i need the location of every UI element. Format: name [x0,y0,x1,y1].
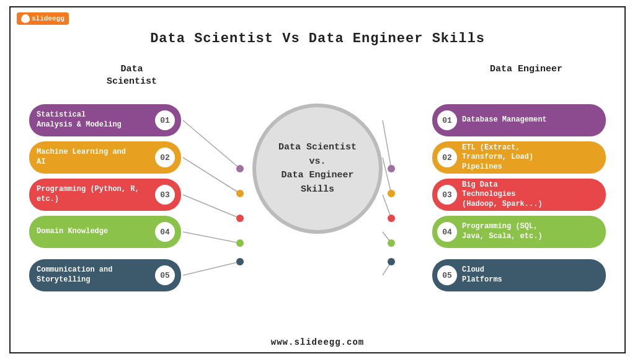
left-skill-2-num: 02 [155,148,175,167]
svg-point-5 [236,215,244,222]
right-skill-3-num: 03 [437,185,457,205]
left-column-header: DataScientist [107,63,157,87]
svg-line-4 [183,195,240,218]
left-skill-2-label: Machine Learning andAI [37,148,150,167]
svg-line-0 [183,120,240,169]
right-skill-1-label: Database Management [462,115,598,125]
svg-point-9 [236,258,244,265]
left-skill-4-label: Domain Knowledge [37,227,150,237]
right-skill-2: 02 ETL (Extract,Transform, Load)Pipeline… [432,141,606,174]
right-skill-4-label: Programming (SQL,Java, Scala, etc.) [462,222,598,241]
right-skill-4: 04 Programming (SQL,Java, Scala, etc.) [432,216,606,248]
logo-text: slideegg [32,15,64,22]
svg-point-1 [236,165,244,172]
right-skill-2-num: 02 [437,148,457,167]
left-skill-5-num: 05 [155,265,175,285]
left-skill-3: Programming (Python, R,etc.) 03 [29,179,181,211]
right-skill-5: 05 CloudPlatforms [432,259,606,291]
svg-point-11 [388,165,395,172]
left-skill-1-num: 01 [155,110,175,130]
svg-point-15 [388,215,395,222]
svg-line-14 [383,195,391,218]
svg-point-3 [236,190,244,197]
right-skill-3-label: Big DataTechnologies(Hadoop, Spark...) [462,180,598,210]
svg-line-12 [383,158,391,193]
footer-url: www.slideegg.com [11,337,624,347]
svg-line-6 [183,232,240,243]
right-skill-3: 03 Big DataTechnologies(Hadoop, Spark...… [432,179,606,211]
left-skill-3-label: Programming (Python, R,etc.) [37,185,150,204]
left-skill-4: Domain Knowledge 04 [29,216,181,248]
page-title: Data Scientist Vs Data Engineer Skills [11,31,624,47]
svg-line-18 [383,262,391,275]
right-skill-1-num: 01 [437,110,457,130]
svg-point-13 [388,190,395,197]
logo-icon [21,14,30,23]
svg-point-7 [236,239,244,247]
svg-line-16 [383,232,391,243]
left-skill-5-label: Communication andStorytelling [37,265,150,285]
svg-point-19 [388,258,395,265]
left-skill-1: StatisticalAnalysis & Modeling 01 [29,104,181,136]
right-skill-2-label: ETL (Extract,Transform, Load)Pipelines [462,143,598,172]
left-skill-4-num: 04 [155,222,175,242]
center-circle: Data Scientistvs.Data EngineerSkills [252,104,383,234]
right-skill-5-num: 05 [437,265,457,285]
svg-line-2 [183,158,240,193]
right-skill-4-num: 04 [437,222,457,242]
right-skill-1: 01 Database Management [432,104,606,136]
left-skill-3-num: 03 [155,185,175,205]
center-text: Data Scientistvs.Data EngineerSkills [278,141,357,197]
left-skill-5: Communication andStorytelling 05 [29,259,181,291]
right-column-header: Data Engineer [490,63,562,76]
left-skill-1-label: StatisticalAnalysis & Modeling [37,110,150,130]
main-container: slideegg Data Scientist Vs Data Engineer… [9,6,626,353]
left-skill-2: Machine Learning andAI 02 [29,141,181,174]
svg-point-17 [388,239,395,247]
svg-line-8 [183,262,240,275]
svg-line-10 [383,120,391,169]
right-skill-5-label: CloudPlatforms [462,265,598,285]
logo: slideegg [17,12,69,25]
